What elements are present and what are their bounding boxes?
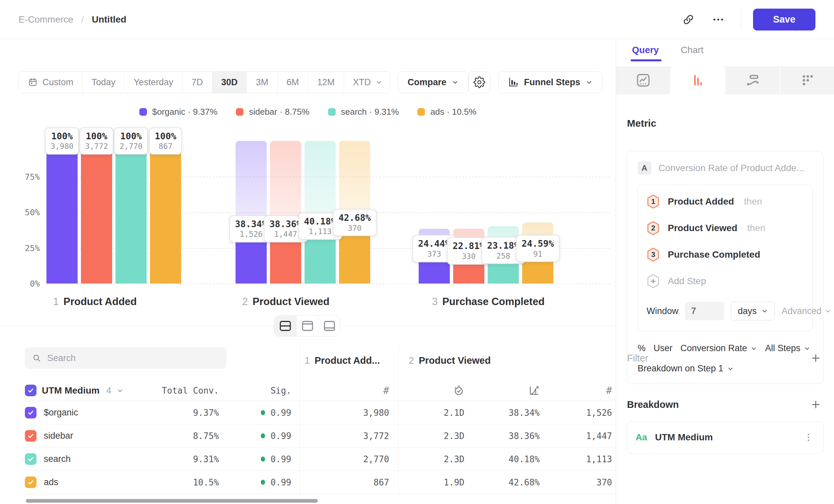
step2-count-column-header[interactable]: # [548,385,616,396]
breakdown-options-button[interactable] [802,430,815,445]
breakdown-heading: Breakdown [627,399,679,410]
funnel-step-item[interactable]: 1Product Addedthen [646,194,804,209]
add-filter-button[interactable] [809,352,822,364]
conversion-chart-icon [528,385,540,396]
legend-item[interactable]: search · 9.31% [328,107,399,117]
range-12m[interactable]: 12M [308,72,344,93]
breadcrumb-project[interactable]: E-Commerce [19,14,73,25]
funnel-bar[interactable]: 24.44%373 [419,141,450,283]
range-7d[interactable]: 7D [182,72,212,93]
funnel-bar[interactable]: 42.68%370 [339,141,370,283]
save-button[interactable]: Save [753,8,815,30]
funnels-tab[interactable] [671,66,726,94]
range-yesterday[interactable]: Yesterday [125,72,182,93]
layout-chart-only-button[interactable] [296,316,318,336]
legend-item[interactable]: sidebar · 8.75% [236,107,309,117]
breakdown-on-label: Breakdown on Step 1 [638,363,723,374]
ellipsis-icon [711,13,725,26]
table-row[interactable]: $organic9.37%0.993,9802.1D38.34%1,526 [25,401,616,425]
funnel-bar[interactable]: 24.59%91 [522,141,553,283]
y-axis-tick: 50% [7,208,40,217]
legend-item[interactable]: ads · 10.5% [417,107,476,117]
breakdown-on-step-select[interactable]: Breakdown on Step 1 [638,363,813,374]
row-checkbox[interactable] [25,430,37,442]
funnel-bar-value-label: 100%867 [149,127,182,155]
table-group-column-header[interactable]: UTM Medium 4 [25,385,144,396]
retention-tab[interactable] [780,66,834,94]
select-all-checkbox[interactable] [25,385,37,396]
flows-tab[interactable] [726,66,780,94]
step2-time-column-header[interactable] [398,385,473,396]
compare-button[interactable]: Compare [398,71,468,93]
funnel-step-item[interactable]: 2Product Viewedthen [646,221,804,235]
funnel-bar[interactable]: 100%3,772 [81,141,112,283]
sig-column-header[interactable]: Sig. [219,386,300,395]
window-value-input[interactable] [685,302,724,320]
layout-toggle-group [274,315,341,337]
range-3m[interactable]: 3M [246,72,277,93]
table-row[interactable]: search9.31%0.992,7702.3D40.18%1,113 [25,448,616,471]
range-6m[interactable]: 6M [277,72,308,93]
add-step-button[interactable]: + Add Step [646,274,804,289]
step2-conv-column-header[interactable] [473,385,548,396]
tab-query[interactable]: Query [632,45,659,61]
legend-label: search · 9.31% [341,107,399,117]
copy-link-button[interactable] [678,9,699,30]
window-unit-select[interactable]: days [731,302,775,320]
funnel-bar[interactable]: 40.18%1,113 [305,141,336,283]
horizontal-scrollbar-thumb[interactable] [26,499,318,503]
search-input[interactable] [47,353,219,363]
funnel-bar[interactable]: 100%867 [150,141,181,283]
row-checkbox[interactable] [25,407,37,418]
funnel-bar[interactable]: 38.34%1,526 [236,141,267,283]
chart-toolbar: CustomTodayYesterday7D30D3M6M12MXTD Comp… [19,71,602,93]
table-step2-group-header[interactable]: 2 Product Viewed [409,355,491,366]
row-name: $organic [44,408,78,418]
funnel-bar[interactable]: 100%2,770 [115,141,147,283]
time-to-convert-icon [453,385,464,396]
funnel-bar[interactable]: 100%3,980 [46,141,78,283]
range-custom[interactable]: Custom [19,72,82,93]
advanced-toggle[interactable]: Advanced [782,306,831,316]
layout-table-only-button[interactable] [318,316,340,336]
more-actions-button[interactable] [708,9,729,30]
chart-settings-button[interactable] [468,71,490,93]
row-checkbox[interactable] [25,477,37,488]
tab-chart[interactable]: Chart [681,45,703,61]
step-then-label: then [744,196,762,207]
row-checkbox[interactable] [25,453,37,465]
check-icon [27,479,34,486]
total-conversion-cell: 9.37% [144,408,219,418]
time-to-convert-cell: 1.9D [398,478,473,487]
step2-conversion-cell: 40.18% [473,454,548,464]
chart-view-selector[interactable]: Funnel Steps [498,71,602,93]
funnel-bar[interactable]: 23.18%258 [488,141,519,283]
funnel-bar[interactable]: 38.36%1,447 [270,141,301,283]
step-number-hexagon: 2 [646,221,660,235]
add-breakdown-button[interactable] [809,398,822,411]
funnel-bar[interactable]: 22.81%330 [453,141,484,283]
table-step1-group-header[interactable]: 1 Product Add... [305,355,380,366]
table-row[interactable]: sidebar8.75%0.993,7722.3D38.36%1,447 [25,425,616,448]
legend-swatch [417,108,425,116]
report-title[interactable]: Untitled [92,14,126,25]
step1-count-column-header[interactable]: # [300,385,398,396]
table-row[interactable]: ads10.5%0.998671.9D42.68%370 [25,471,616,494]
advanced-label: Advanced [782,306,821,316]
funnel-bar-value-label: 24.59%91 [516,235,559,262]
legend-item[interactable]: $organic · 9.37% [139,107,218,117]
step2-conversion-cell: 38.36% [473,431,548,441]
range-xtd[interactable]: XTD [344,72,390,93]
total-conv-column-header[interactable]: Total Conv. [144,386,219,395]
layout-top-icon [302,320,313,331]
step-number: 1 [305,355,310,366]
funnel-step-item[interactable]: 3Purchase Completed [646,247,804,262]
layout-split-button[interactable] [275,316,296,336]
breakdown-property-card[interactable]: Aa UTM Medium [627,421,824,454]
range-30d[interactable]: 30D [212,72,247,93]
breakdown-table: UTM Medium 4 Total Conv. Sig. # [25,380,616,494]
range-today[interactable]: Today [82,72,125,93]
insights-tab[interactable] [616,66,671,94]
metric-summary[interactable]: A Conversion Rate of Product Adde... [638,161,813,175]
y-axis-tick: 25% [7,243,40,253]
